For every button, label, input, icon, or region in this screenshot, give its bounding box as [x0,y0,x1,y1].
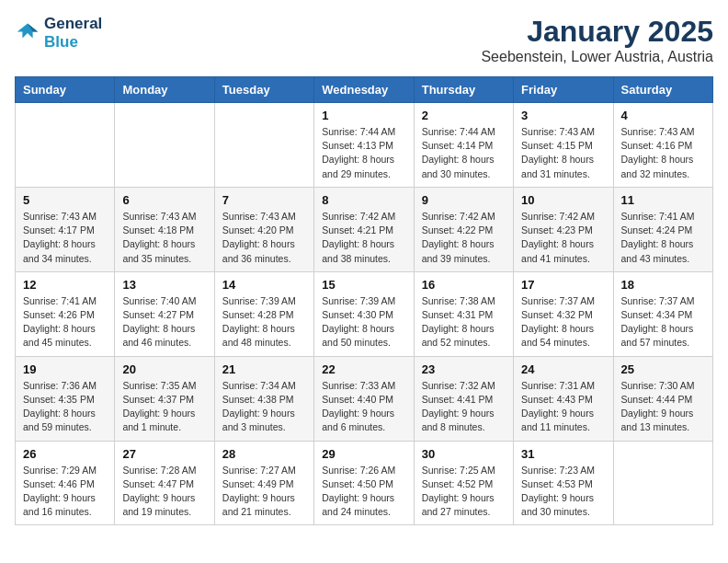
calendar-cell: 19Sunrise: 7:36 AM Sunset: 4:35 PM Dayli… [16,356,115,441]
day-number: 3 [521,109,605,122]
day-number: 25 [621,362,705,376]
day-number: 21 [222,362,306,376]
day-number: 28 [222,447,306,461]
day-number: 13 [122,278,206,292]
day-number: 5 [23,193,107,207]
day-number: 24 [521,362,605,376]
calendar-cell: 16Sunrise: 7:38 AM Sunset: 4:31 PM Dayli… [414,271,513,356]
day-info: Sunrise: 7:43 AM Sunset: 4:15 PM Dayligh… [521,125,605,181]
day-info: Sunrise: 7:42 AM Sunset: 4:21 PM Dayligh… [322,210,405,266]
calendar-cell [115,103,214,188]
weekday-header-wednesday: Wednesday [314,77,414,103]
day-info: Sunrise: 7:42 AM Sunset: 4:23 PM Dayligh… [521,210,605,266]
calendar-cell [613,441,712,525]
day-number: 16 [422,278,506,292]
calendar-cell: 18Sunrise: 7:37 AM Sunset: 4:34 PM Dayli… [613,271,712,356]
logo-text-line2: Blue [44,33,102,52]
day-number: 10 [521,193,605,207]
day-number: 12 [23,278,107,292]
calendar-cell: 8Sunrise: 7:42 AM Sunset: 4:21 PM Daylig… [314,187,414,271]
calendar-title: January 2025 [481,15,713,49]
calendar-cell: 3Sunrise: 7:43 AM Sunset: 4:15 PM Daylig… [514,103,613,188]
day-info: Sunrise: 7:23 AM Sunset: 4:53 PM Dayligh… [521,464,605,520]
day-number: 2 [422,109,506,122]
logo: General Blue [15,15,102,51]
day-number: 6 [122,193,206,207]
day-info: Sunrise: 7:43 AM Sunset: 4:16 PM Dayligh… [621,125,705,181]
day-number: 26 [23,447,107,461]
day-info: Sunrise: 7:37 AM Sunset: 4:32 PM Dayligh… [521,294,605,350]
day-info: Sunrise: 7:34 AM Sunset: 4:38 PM Dayligh… [222,379,306,435]
calendar-cell: 24Sunrise: 7:31 AM Sunset: 4:43 PM Dayli… [514,356,613,441]
day-info: Sunrise: 7:44 AM Sunset: 4:13 PM Dayligh… [322,125,405,181]
logo-text-line1: General [44,15,102,33]
day-info: Sunrise: 7:43 AM Sunset: 4:20 PM Dayligh… [222,210,306,266]
weekday-header-saturday: Saturday [613,77,712,103]
day-info: Sunrise: 7:26 AM Sunset: 4:50 PM Dayligh… [322,464,405,520]
calendar-cell: 12Sunrise: 7:41 AM Sunset: 4:26 PM Dayli… [16,271,115,356]
calendar-cell: 22Sunrise: 7:33 AM Sunset: 4:40 PM Dayli… [314,356,414,441]
day-number: 15 [322,278,405,292]
week-row-1: 1Sunrise: 7:44 AM Sunset: 4:13 PM Daylig… [16,103,713,188]
calendar-cell: 17Sunrise: 7:37 AM Sunset: 4:32 PM Dayli… [514,271,613,356]
day-number: 29 [322,447,405,461]
day-info: Sunrise: 7:41 AM Sunset: 4:26 PM Dayligh… [23,294,107,350]
calendar-cell: 10Sunrise: 7:42 AM Sunset: 4:23 PM Dayli… [514,187,613,271]
day-number: 17 [521,278,605,292]
day-number: 4 [621,109,705,122]
day-info: Sunrise: 7:28 AM Sunset: 4:47 PM Dayligh… [122,464,206,520]
day-info: Sunrise: 7:33 AM Sunset: 4:40 PM Dayligh… [322,379,405,435]
day-info: Sunrise: 7:44 AM Sunset: 4:14 PM Dayligh… [422,125,506,181]
calendar-cell: 30Sunrise: 7:25 AM Sunset: 4:52 PM Dayli… [414,441,513,525]
calendar-cell: 26Sunrise: 7:29 AM Sunset: 4:46 PM Dayli… [16,441,115,525]
day-info: Sunrise: 7:36 AM Sunset: 4:35 PM Dayligh… [23,379,107,435]
day-number: 19 [23,362,107,376]
day-info: Sunrise: 7:37 AM Sunset: 4:34 PM Dayligh… [621,294,705,350]
calendar-cell: 27Sunrise: 7:28 AM Sunset: 4:47 PM Dayli… [115,441,214,525]
calendar-cell: 31Sunrise: 7:23 AM Sunset: 4:53 PM Dayli… [514,441,613,525]
day-info: Sunrise: 7:30 AM Sunset: 4:44 PM Dayligh… [621,379,705,435]
weekday-header-row: SundayMondayTuesdayWednesdayThursdayFrid… [16,77,713,103]
day-info: Sunrise: 7:25 AM Sunset: 4:52 PM Dayligh… [422,464,506,520]
calendar-cell: 1Sunrise: 7:44 AM Sunset: 4:13 PM Daylig… [314,103,414,188]
calendar-cell: 5Sunrise: 7:43 AM Sunset: 4:17 PM Daylig… [16,187,115,271]
logo-icon [15,20,40,46]
calendar-cell [214,103,313,188]
day-number: 14 [222,278,306,292]
calendar-cell: 20Sunrise: 7:35 AM Sunset: 4:37 PM Dayli… [115,356,214,441]
day-info: Sunrise: 7:40 AM Sunset: 4:27 PM Dayligh… [122,294,206,350]
week-row-5: 26Sunrise: 7:29 AM Sunset: 4:46 PM Dayli… [16,441,713,525]
calendar-cell [16,103,115,188]
calendar-cell: 29Sunrise: 7:26 AM Sunset: 4:50 PM Dayli… [314,441,414,525]
day-info: Sunrise: 7:43 AM Sunset: 4:18 PM Dayligh… [122,210,206,266]
weekday-header-sunday: Sunday [16,77,115,103]
day-info: Sunrise: 7:27 AM Sunset: 4:49 PM Dayligh… [222,464,306,520]
day-number: 9 [422,193,506,207]
day-info: Sunrise: 7:39 AM Sunset: 4:28 PM Dayligh… [222,294,306,350]
day-number: 27 [122,447,206,461]
day-info: Sunrise: 7:31 AM Sunset: 4:43 PM Dayligh… [521,379,605,435]
day-info: Sunrise: 7:42 AM Sunset: 4:22 PM Dayligh… [422,210,506,266]
calendar-subtitle: Seebenstein, Lower Austria, Austria [481,49,713,65]
calendar-cell: 6Sunrise: 7:43 AM Sunset: 4:18 PM Daylig… [115,187,214,271]
calendar-cell: 13Sunrise: 7:40 AM Sunset: 4:27 PM Dayli… [115,271,214,356]
day-info: Sunrise: 7:35 AM Sunset: 4:37 PM Dayligh… [122,379,206,435]
day-number: 20 [122,362,206,376]
weekday-header-monday: Monday [115,77,214,103]
day-number: 1 [322,109,405,122]
calendar-cell: 2Sunrise: 7:44 AM Sunset: 4:14 PM Daylig… [414,103,513,188]
day-number: 8 [322,193,405,207]
day-number: 31 [521,447,605,461]
calendar-cell: 23Sunrise: 7:32 AM Sunset: 4:41 PM Dayli… [414,356,513,441]
calendar-cell: 4Sunrise: 7:43 AM Sunset: 4:16 PM Daylig… [613,103,712,188]
day-info: Sunrise: 7:29 AM Sunset: 4:46 PM Dayligh… [23,464,107,520]
calendar-cell: 15Sunrise: 7:39 AM Sunset: 4:30 PM Dayli… [314,271,414,356]
weekday-header-friday: Friday [514,77,613,103]
day-info: Sunrise: 7:32 AM Sunset: 4:41 PM Dayligh… [422,379,506,435]
calendar-cell: 28Sunrise: 7:27 AM Sunset: 4:49 PM Dayli… [214,441,313,525]
calendar-cell: 25Sunrise: 7:30 AM Sunset: 4:44 PM Dayli… [613,356,712,441]
week-row-3: 12Sunrise: 7:41 AM Sunset: 4:26 PM Dayli… [16,271,713,356]
week-row-4: 19Sunrise: 7:36 AM Sunset: 4:35 PM Dayli… [16,356,713,441]
day-number: 18 [621,278,705,292]
week-row-2: 5Sunrise: 7:43 AM Sunset: 4:17 PM Daylig… [16,187,713,271]
